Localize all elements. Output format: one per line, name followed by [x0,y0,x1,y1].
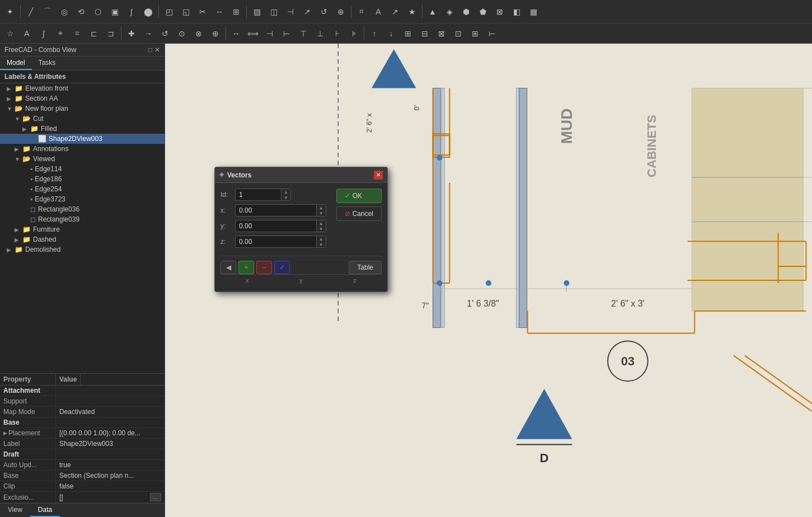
tool-leader[interactable]: ↗ [387,4,403,20]
tool-part[interactable]: ▲ [425,4,440,20]
tool-point[interactable]: ⬤ [140,4,156,20]
tool2-section[interactable]: ⊐ [103,26,119,41]
y-spin-up[interactable]: ▲ [317,220,326,226]
tool-split[interactable]: ⊞ [228,4,244,20]
tool2-draft[interactable]: ☆ [2,26,18,41]
tree-item-shape2dview003[interactable]: ⬜ Shape2DView003 [0,134,165,144]
id-spin-up[interactable]: ▲ [281,189,290,195]
tool2-snap[interactable]: ⌗ [69,26,85,41]
tool-trim[interactable]: ✂ [195,4,210,20]
tree-item-edge3723[interactable]: ▪ Edge3723 [0,194,165,204]
tool2-shapes[interactable]: ⊠ [434,26,449,41]
tool-chamfer[interactable]: ◱ [178,4,194,20]
tool-dimension[interactable]: ⌗ [354,4,369,20]
tool2-add[interactable]: ✚ [124,26,139,41]
ok-button[interactable]: ✓ OK [336,189,382,203]
tree-item-cut[interactable]: ▼ 📂 Cut [0,114,165,124]
tool2-align-top[interactable]: ⊤ [295,26,311,41]
tool-mesh[interactable]: ⊠ [492,4,508,20]
tool-face[interactable]: ⬟ [475,4,491,20]
tool-wire[interactable]: ⬢ [458,4,474,20]
tool2-align-bot[interactable]: ⊥ [312,26,328,41]
tree-area[interactable]: ▶ 📁 Elevation front ▶ 📁 Section AA ▼ 📂 N… [0,83,165,373]
action-check-button[interactable]: ✓ [274,261,290,274]
tree-item-edge254[interactable]: ▪ Edge254 [0,184,165,194]
tree-item-rectangle039[interactable]: ◻ Rectangle039 [0,214,165,224]
tool-circle[interactable]: ◎ [57,4,72,20]
tool-b-spline[interactable]: ∫ [124,4,139,20]
z-input[interactable] [236,236,316,247]
tool-hatch[interactable]: ▨ [249,4,265,20]
tool2-grid[interactable]: ⌖ [53,26,68,41]
tree-item-viewed[interactable]: ▼ 📂 Viewed [0,154,165,164]
tool2-annotation[interactable]: A [19,26,35,41]
prop-row-exclusio[interactable]: Exclusio... [] … [0,492,165,503]
x-input[interactable] [236,205,316,216]
tree-item-furniture[interactable]: ▶ 📁 Furniture [0,224,165,234]
z-spin-down[interactable]: ▼ [317,242,326,247]
tool-line[interactable]: ╱ [23,4,39,20]
tree-item-edge114[interactable]: ▪ Edge114 [0,164,165,174]
tool-arc[interactable]: ⟲ [73,4,89,20]
id-input[interactable] [236,189,281,200]
vectors-titlebar[interactable]: ⌖ Vectors ✕ [215,167,387,183]
combo-view-close-icon[interactable]: ✕ [154,46,160,54]
tool2-sketch2[interactable]: ∫ [36,26,51,41]
canvas-area[interactable]: 2' 6" x 0' MUD CABINETS [165,44,812,517]
action-minus-button[interactable]: − [256,261,272,274]
tree-item-annotations[interactable]: ▶ 📁 Annotations [0,144,165,154]
tool2-rotate2[interactable]: ↺ [157,26,173,41]
tool2-align-left[interactable]: ⊣ [262,26,278,41]
table-button[interactable]: Table [349,261,382,274]
tree-item-filled[interactable]: ▶ 📁 Filled [0,124,165,134]
tool2-cross[interactable]: ⊗ [191,26,206,41]
x-spin-down[interactable]: ▼ [317,210,326,216]
tool2-grid2[interactable]: ⊞ [467,26,483,41]
tree-item-demolished[interactable]: ▶ 📁 Demolished [0,245,165,255]
tool2-target[interactable]: ⊙ [174,26,190,41]
prop-row-placement[interactable]: ▶ Placement [(0.00 0.00 1.00); 0.00 de..… [0,428,165,439]
tree-item-section-aa[interactable]: ▶ 📁 Section AA [0,93,165,104]
tree-item-new-floor-plan[interactable]: ▼ 📂 New floor plan [0,104,165,114]
tool2-down[interactable]: ↓ [383,26,399,41]
tab-data[interactable]: Data [30,504,60,517]
id-spin-down[interactable]: ▼ [281,195,290,200]
tool-solid[interactable]: ◈ [442,4,457,20]
tool2-display[interactable]: ⊡ [450,26,466,41]
tool-fillet[interactable]: ◰ [161,4,177,20]
tool-extend[interactable]: ↔ [212,4,227,20]
tool-text[interactable]: A [370,4,386,20]
action-add-button[interactable]: + [238,261,254,274]
tool2-measure-v[interactable]: ⟺ [245,26,261,41]
tool2-align-right[interactable]: ⊢ [279,26,294,41]
x-spin-up[interactable]: ▲ [317,205,326,210]
tool-polygon[interactable]: ⬡ [90,4,106,20]
tool2-crop[interactable]: ⊏ [86,26,102,41]
tool-polyline[interactable]: ⌒ [40,4,55,20]
vectors-close-button[interactable]: ✕ [374,171,383,180]
tool-rotate[interactable]: ↺ [316,4,332,20]
cancel-button[interactable]: ⊘ Cancel [336,206,382,221]
tree-item-elevation-front[interactable]: ▶ 📁 Elevation front [0,83,165,93]
tool2-plus[interactable]: ⊕ [208,26,223,41]
tool-sketch[interactable]: ✦ [2,4,18,20]
z-spin-up[interactable]: ▲ [317,236,326,242]
prop-section-group[interactable]: Attachment Support Map Mode Deactivated … [0,386,165,503]
tree-item-edge186[interactable]: ▪ Edge186 [0,174,165,184]
tool2-dist-v[interactable]: ⊧ [346,26,362,41]
tool-rect[interactable]: ▣ [107,4,123,20]
tool2-plus-outline[interactable]: ⊞ [400,26,416,41]
tool-spreadsheet[interactable]: ▦ [525,4,541,20]
tool-move[interactable]: ↗ [299,4,315,20]
tool2-dist-h[interactable]: ⊦ [329,26,345,41]
tool2-arrow[interactable]: → [140,26,156,41]
tool2-minus-outline[interactable]: ⊟ [417,26,433,41]
tool-mirror[interactable]: ⊣ [283,4,298,20]
tree-item-dashed[interactable]: ▶ 📁 Dashed [0,234,165,245]
combo-view-float-icon[interactable]: □ [148,46,152,54]
exclusio-edit-button[interactable]: … [150,493,161,501]
action-back-button[interactable]: ◀ [220,261,236,274]
tool2-up[interactable]: ↑ [367,26,382,41]
tool2-expand[interactable]: ⊢ [484,26,500,41]
tool-image[interactable]: ◧ [509,4,524,20]
